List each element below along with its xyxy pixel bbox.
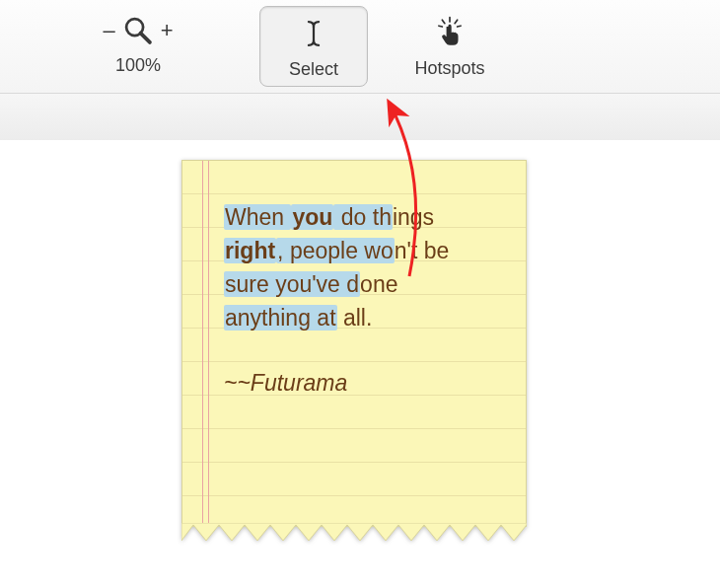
main-toolbar: – + 100% Select (0, 0, 720, 94)
svg-line-4 (442, 20, 445, 23)
svg-line-5 (455, 20, 458, 23)
note-text-seg: you (291, 204, 333, 230)
editor-canvas[interactable]: When you do things right, people won't b… (0, 140, 720, 588)
note-text-seg: ings (393, 204, 434, 230)
select-tool-button[interactable]: Select (259, 6, 368, 87)
sticky-note[interactable]: When you do things right, people won't b… (181, 160, 527, 545)
note-text[interactable]: When you do things right, people won't b… (224, 200, 498, 334)
svg-line-6 (439, 26, 442, 27)
zoom-in-button[interactable]: + (161, 20, 174, 41)
magnifier-icon (121, 14, 155, 47)
select-tool-label: Select (289, 59, 338, 80)
note-text-seg: sure you've d (224, 271, 360, 297)
note-text-seg: do th (333, 204, 393, 230)
text-cursor-icon (297, 14, 330, 53)
note-attribution: ~~Futurama (224, 370, 498, 397)
note-text-seg: all. (337, 305, 373, 331)
note-text-seg: n't be (395, 238, 450, 263)
svg-line-7 (458, 26, 461, 27)
note-text-seg: anything at (224, 305, 337, 331)
svg-line-1 (140, 34, 149, 42)
tap-hand-icon (433, 13, 467, 52)
note-text-seg: When (224, 204, 291, 230)
zoom-out-button[interactable]: – (103, 20, 114, 41)
hotspots-tool-button[interactable]: Hotspots (396, 6, 503, 85)
note-text-seg: , people wo (276, 238, 395, 263)
zoom-control: – + 100% (74, 8, 202, 76)
hotspots-tool-label: Hotspots (414, 58, 484, 79)
secondary-toolbar (0, 94, 720, 142)
zoom-level-label: 100% (74, 55, 202, 76)
note-torn-edge (181, 523, 527, 545)
note-text-seg: one (360, 271, 397, 297)
note-text-seg: right (224, 238, 276, 263)
